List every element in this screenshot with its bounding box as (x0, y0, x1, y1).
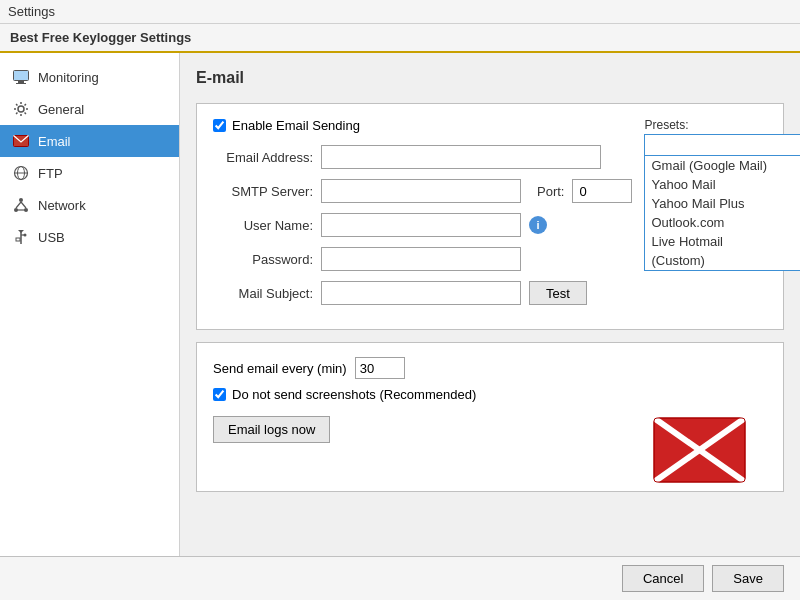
cancel-button[interactable]: Cancel (622, 565, 704, 592)
save-button[interactable]: Save (712, 565, 784, 592)
svg-line-11 (16, 202, 21, 208)
svg-point-8 (19, 198, 23, 202)
sidebar-email-label: Email (38, 134, 71, 149)
mail-subject-row: Mail Subject: Test (213, 281, 632, 305)
preset-option-yahoo[interactable]: Yahoo Mail (645, 175, 800, 194)
sidebar-item-email[interactable]: Email (0, 125, 179, 157)
smtp-label: SMTP Server: (213, 184, 313, 199)
sidebar-monitoring-label: Monitoring (38, 70, 99, 85)
svg-rect-0 (14, 71, 29, 81)
footer: Cancel Save (0, 556, 800, 600)
send-settings-panel: Send email every (min) Do not send scree… (196, 342, 784, 492)
email-icon (12, 132, 30, 150)
svg-point-3 (18, 106, 24, 112)
username-row: User Name: i (213, 213, 632, 237)
email-logs-button[interactable]: Email logs now (213, 416, 330, 443)
svg-rect-1 (18, 81, 24, 83)
password-label: Password: (213, 252, 313, 267)
sidebar-general-label: General (38, 102, 84, 117)
page-title: E-mail (196, 69, 784, 91)
send-every-input[interactable] (355, 357, 405, 379)
presets-label: Presets: (644, 118, 800, 132)
mail-subject-input[interactable] (321, 281, 521, 305)
password-input[interactable] (321, 247, 521, 271)
sidebar: Monitoring General Email (0, 53, 180, 556)
mail-subject-label: Mail Subject: (213, 286, 313, 301)
email-address-label: Email Address: (213, 150, 313, 165)
gear-icon (12, 100, 30, 118)
sidebar-item-general[interactable]: General (0, 93, 179, 125)
title-bar: Settings (0, 0, 800, 24)
presets-dropdown-list: Gmail (Google Mail) Yahoo Mail Yahoo Mai… (644, 156, 800, 271)
preset-option-yahoo-plus[interactable]: Yahoo Mail Plus (645, 194, 800, 213)
presets-dropdown-header[interactable]: ▼ (644, 134, 800, 156)
sidebar-network-label: Network (38, 198, 86, 213)
preset-option-hotmail[interactable]: Live Hotmail (645, 232, 800, 251)
app-header-label: Best Free Keylogger Settings (10, 30, 191, 45)
enable-email-row: Enable Email Sending (213, 118, 632, 133)
sidebar-item-network[interactable]: Network (0, 189, 179, 221)
content-area: E-mail Enable Email Sending Email Addres… (180, 53, 800, 556)
username-input[interactable] (321, 213, 521, 237)
test-button[interactable]: Test (529, 281, 587, 305)
monitor-icon (12, 68, 30, 86)
smtp-row: SMTP Server: Port: (213, 179, 632, 203)
network-icon (12, 196, 30, 214)
svg-line-12 (21, 202, 26, 208)
sidebar-item-usb[interactable]: USB (0, 221, 179, 253)
sidebar-item-ftp[interactable]: FTP (0, 157, 179, 189)
preset-option-custom[interactable]: (Custom) (645, 251, 800, 270)
password-row: Password: (213, 247, 632, 271)
sidebar-ftp-label: FTP (38, 166, 63, 181)
svg-rect-2 (16, 83, 26, 84)
preset-option-gmail[interactable]: Gmail (Google Mail) (645, 156, 800, 175)
preset-option-outlook[interactable]: Outlook.com (645, 213, 800, 232)
username-label: User Name: (213, 218, 313, 233)
sidebar-usb-label: USB (38, 230, 65, 245)
no-screenshot-label[interactable]: Do not send screenshots (Recommended) (232, 387, 476, 402)
no-screenshot-checkbox[interactable] (213, 388, 226, 401)
smtp-input[interactable] (321, 179, 521, 203)
enable-email-label[interactable]: Enable Email Sending (232, 118, 360, 133)
port-input[interactable] (572, 179, 632, 203)
svg-point-17 (24, 234, 27, 237)
email-config-panel: Enable Email Sending Email Address: SMTP… (196, 103, 784, 330)
port-label: Port: (537, 184, 564, 199)
svg-rect-15 (16, 238, 20, 241)
email-address-row: Email Address: (213, 145, 632, 169)
mail-envelope-decoration (652, 416, 747, 487)
enable-email-checkbox[interactable] (213, 119, 226, 132)
usb-icon (12, 228, 30, 246)
app-header: Best Free Keylogger Settings (0, 24, 800, 53)
send-every-label: Send email every (min) (213, 361, 347, 376)
mail-envelope-svg (652, 416, 747, 484)
sidebar-item-monitoring[interactable]: Monitoring (0, 61, 179, 93)
ftp-icon (12, 164, 30, 182)
send-every-row: Send email every (min) (213, 357, 767, 379)
no-screenshot-row: Do not send screenshots (Recommended) (213, 387, 767, 402)
send-settings-content: Send email every (min) Do not send scree… (213, 357, 767, 477)
title-bar-label: Settings (8, 4, 55, 19)
info-icon[interactable]: i (529, 216, 547, 234)
email-address-input[interactable] (321, 145, 601, 169)
